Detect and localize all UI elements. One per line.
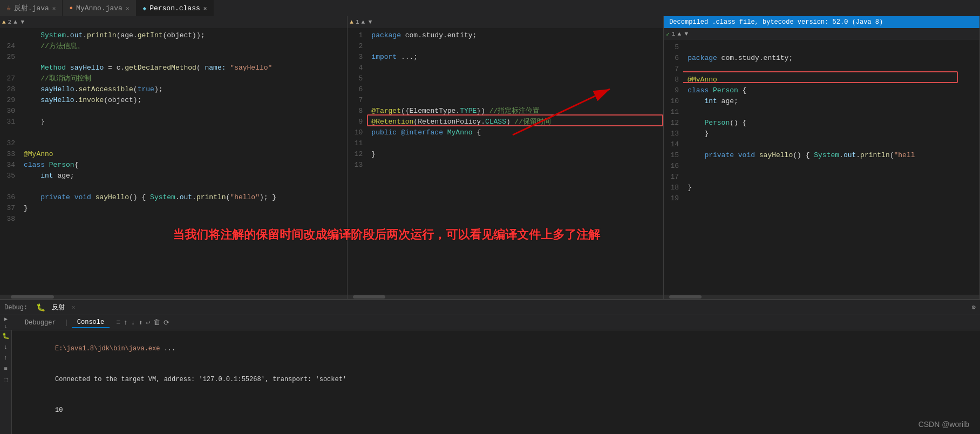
code-line [688, 42, 975, 53]
console-line: 10 [16, 395, 976, 426]
code-line: import ...; [371, 52, 659, 63]
code-line: private void sayHello() { System.out.pri… [24, 192, 343, 203]
code-line: System.out.println(age.getInt(object)); [24, 30, 343, 41]
code-line: @MyAnno [24, 149, 343, 160]
toolbar-btn-7[interactable]: ⟳ [164, 318, 169, 327]
code-lines-1[interactable]: System.out.println(age.getInt(object)); … [19, 28, 347, 295]
code-line: int age; [688, 96, 975, 107]
java-icon: ☕ [6, 4, 11, 12]
gutter-bar-3: ✓ 1 ▲ ▼ [664, 28, 979, 40]
left-panel-icons: ▶ ↓ [4, 316, 14, 330]
resume-icon[interactable]: ▶ [4, 316, 14, 322]
code-line [688, 139, 975, 150]
line-numbers-3: 5 6 7 8 9 10 11 12 13 14 15 16 17 18 19 [664, 40, 683, 295]
tab-myanno-close[interactable]: ✕ [126, 5, 130, 12]
scrollbar-1[interactable] [0, 295, 347, 299]
line-numbers-1: 24 25 27 28 29 30 31 32 33 34 35 36 37 [0, 28, 19, 295]
code-lines-3[interactable]: package com.study.entity; @MyAnno class … [683, 40, 979, 295]
scrollbar-3[interactable] [664, 295, 979, 299]
debug-tab-bar: Debug: 🐛 反射 ✕ ⚙ [0, 300, 980, 315]
warn-icon-1: ▲ [2, 19, 6, 25]
code-line [688, 107, 975, 118]
line-numbers-2: 1 2 3 4 5 6 7 8 9 10 11 12 13 [348, 28, 367, 295]
sidebar-icon-5[interactable]: ⬚ [4, 376, 8, 383]
ok-count-3: 1 [672, 31, 676, 37]
code-line [24, 52, 343, 63]
left-sidebar-icons: 🐛 ↓ ↑ ≡ ⬚ [0, 330, 12, 434]
code-line: package com.study.entity; [371, 30, 659, 41]
scrollbar-2[interactable] [348, 295, 663, 299]
toolbar-btn-1[interactable]: ≡ [116, 318, 120, 327]
java-icon2: ● [69, 5, 73, 11]
sidebar-icon-4[interactable]: ≡ [4, 365, 8, 372]
gutter-bar-1: ▲ 2 ▲ ▼ [0, 16, 347, 28]
toolbar-btn-4[interactable]: ⬆ [139, 318, 143, 327]
tab-console[interactable]: Console [72, 317, 110, 328]
code-container-3: 5 6 7 8 9 10 11 12 13 14 15 16 17 18 19 [664, 40, 979, 295]
code-line: sayHello.setAccessible(true); [24, 84, 343, 95]
editor-pane-fansi: ▲ 2 ▲ ▼ 24 25 27 28 29 30 31 32 33 [0, 16, 348, 299]
code-line [24, 181, 343, 192]
tab-debugger[interactable]: Debugger [19, 318, 62, 328]
arrows-3: ▲ ▼ [677, 31, 688, 37]
ok-icon: ✓ [666, 31, 670, 38]
gutter-bar-2: ▲ 1 ▲ ▼ [348, 16, 663, 28]
code-line: class Person{ [24, 160, 343, 171]
code-line: Method sayHello = c.getDeclaredMethod( n… [24, 63, 343, 73]
arrows-1: ▲ ▼ [13, 19, 24, 25]
code-line: @MyAnno [688, 74, 975, 85]
code-line: } [688, 182, 975, 193]
code-line: int age; [24, 171, 343, 181]
warn-icon-2: ▲ [350, 19, 353, 25]
code-line: //取消访问控制 [24, 73, 343, 84]
code-line: class Person { [688, 85, 975, 96]
debug-tab-fansi[interactable]: 反射 [47, 302, 69, 313]
toolbar-btn-5[interactable]: ↩ [146, 318, 151, 327]
code-line [371, 73, 659, 84]
tab-myanno-label: MyAnno.java [76, 4, 122, 12]
code-line [371, 138, 659, 149]
step-over-icon[interactable]: ↓ [4, 324, 14, 330]
tab-fansi-java[interactable]: ☕ 反射.java ✕ [0, 0, 63, 16]
tab-bar: ☕ 反射.java ✕ ● MyAnno.java ✕ ◆ Person.cla… [0, 0, 980, 16]
console-line: hello [16, 426, 976, 434]
sidebar-icon-2[interactable]: ↓ [4, 344, 8, 350]
console-output: E:\java1.8\jdk\bin\java.exe ... Connecte… [12, 330, 980, 434]
code-line: } [24, 203, 343, 214]
sidebar-icon-3[interactable]: ↑ [4, 355, 8, 361]
bottom-content-area: 🐛 ↓ ↑ ≡ ⬚ E:\java1.8\jdk\bin\java.exe ..… [0, 330, 980, 434]
code-line [24, 138, 343, 149]
console-line: E:\java1.8\jdk\bin\java.exe ... [16, 334, 976, 364]
tab-myanno-java[interactable]: ● MyAnno.java ✕ [63, 0, 136, 16]
info-bar-text: Decompiled .class file, bytecode version… [669, 18, 883, 26]
code-line: @Retention(RetentionPolicy.CLASS) //保留时间 [371, 117, 659, 127]
editor-pane-person: Decompiled .class file, bytecode version… [664, 16, 980, 299]
code-lines-2[interactable]: package com.study.entity; import ...; @T… [367, 28, 663, 295]
code-line: //方法信息。 [24, 41, 343, 52]
arrows-2: ▲ ▼ [362, 19, 372, 25]
toolbar-btn-3[interactable]: ↓ [131, 318, 135, 327]
code-line: } [371, 149, 659, 160]
debug-label: Debug: [4, 304, 28, 311]
code-line: public @interface MyAnno { [371, 127, 659, 138]
tab-fansi-close[interactable]: ✕ [52, 5, 56, 12]
code-line [371, 84, 659, 95]
toolbar-btn-2[interactable]: ↑ [124, 318, 128, 327]
debug-bug-icon: 🐛 [36, 303, 45, 312]
code-line [371, 95, 659, 106]
sidebar-icon-1[interactable]: 🐛 [2, 333, 10, 340]
code-line: package com.study.entity; [688, 53, 975, 64]
code-line [688, 172, 975, 182]
editor-pane-myanno: ▲ 1 ▲ ▼ 1 2 3 4 5 6 7 8 9 10 11 12 [348, 16, 664, 299]
console-line: Connected to the target VM, address: '12… [16, 364, 976, 395]
settings-icon[interactable]: ⚙ [972, 303, 976, 311]
tab-person-label: Person.class [149, 4, 200, 12]
tab-person-class[interactable]: ◆ Person.class ✕ [137, 0, 214, 16]
code-line: sayHello.invoke(object); [24, 95, 343, 106]
tab-person-close[interactable]: ✕ [203, 5, 207, 12]
toolbar-btn-6[interactable]: 🗑 [153, 318, 160, 327]
code-line [688, 161, 975, 172]
code-line: } [24, 117, 343, 127]
code-line: Person() { [688, 118, 975, 128]
code-container-2: 1 2 3 4 5 6 7 8 9 10 11 12 13 [348, 28, 663, 295]
